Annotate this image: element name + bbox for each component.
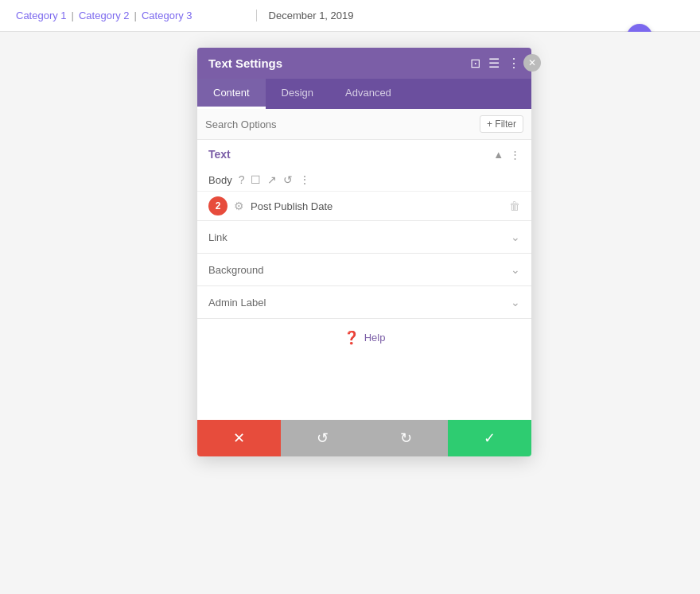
panel-icon-more[interactable]: ⋮: [508, 56, 520, 71]
cancel-button[interactable]: ✕: [197, 420, 281, 456]
link-chevron-icon: ⌄: [511, 231, 520, 243]
text-section-title: Text: [208, 148, 231, 161]
toolbar-copy-icon[interactable]: ☐: [251, 173, 261, 186]
breadcrumb-cat2[interactable]: Category 2: [79, 10, 130, 21]
toolbar-arrow-icon[interactable]: ↗: [267, 173, 277, 186]
trash-icon[interactable]: 🗑: [509, 200, 520, 212]
text-section: Text ▲ ⋮ Body ? ☐ ↗ ↺ ⋮ 2 ⚙ Post Publish…: [197, 140, 531, 221]
badge-number: 2: [208, 196, 228, 215]
save-button[interactable]: ✓: [448, 420, 531, 456]
gear-icon[interactable]: ⚙: [234, 200, 244, 212]
spacer: [197, 356, 531, 420]
link-section-header[interactable]: Link ⌄: [197, 221, 531, 253]
date-area: December 1, 2019: [256, 10, 354, 21]
panel-title: Text Settings: [208, 56, 282, 70]
body-toolbar: Body ? ☐ ↗ ↺ ⋮: [197, 169, 531, 192]
toolbar-more-icon[interactable]: ⋮: [299, 173, 310, 186]
body-label: Body: [208, 174, 232, 186]
panel-icon-columns[interactable]: ☰: [488, 56, 500, 71]
settings-panel: Text Settings ⊡ ☰ ⋮ Content Design Advan…: [197, 48, 531, 456]
admin-label-title: Admin Label: [208, 297, 266, 309]
tab-advanced[interactable]: Advanced: [329, 79, 407, 109]
help-circle-icon: ❓: [344, 330, 360, 345]
dynamic-row: 2 ⚙ Post Publish Date 🗑: [197, 192, 531, 220]
background-chevron-icon: ⌄: [511, 263, 520, 276]
panel-icon-expand[interactable]: ⊡: [470, 56, 480, 71]
search-input[interactable]: [205, 118, 480, 130]
date-label: December 1, 2019: [269, 10, 354, 21]
help-label: Help: [364, 332, 386, 344]
close-icon[interactable]: ✕: [523, 54, 541, 72]
help-area[interactable]: ❓ Help: [197, 319, 531, 356]
text-more-icon[interactable]: ⋮: [510, 149, 520, 161]
bottom-bar: ✕ ↺ ↻ ✓: [197, 420, 531, 456]
background-section-title: Background: [208, 264, 263, 276]
sep2: |: [134, 10, 137, 21]
link-section-title: Link: [208, 231, 228, 243]
breadcrumb-cat3[interactable]: Category 3: [142, 10, 192, 21]
search-bar: + Filter: [197, 109, 531, 140]
filter-button[interactable]: + Filter: [480, 115, 523, 133]
panel-tabs: Content Design Advanced: [197, 79, 531, 109]
tab-design[interactable]: Design: [266, 79, 329, 109]
sep1: |: [72, 10, 74, 21]
breadcrumb: Category 1 | Category 2 | Category 3: [16, 10, 192, 21]
toolbar-undo-icon[interactable]: ↺: [283, 173, 293, 186]
top-bar: Category 1 | Category 2 | Category 3 Dec…: [0, 0, 700, 32]
admin-label-section-header[interactable]: Admin Label ⌄: [197, 286, 531, 318]
undo-button[interactable]: ↺: [281, 420, 364, 456]
post-publish-label: Post Publish Date: [251, 200, 503, 212]
page-content: Text Settings ⊡ ☰ ⋮ Content Design Advan…: [0, 32, 700, 594]
toolbar-help-icon[interactable]: ?: [239, 173, 245, 186]
tab-content[interactable]: Content: [197, 79, 266, 109]
admin-label-chevron-icon: ⌄: [511, 296, 520, 309]
link-section: Link ⌄: [197, 221, 531, 254]
text-section-header: Text ▲ ⋮: [197, 140, 531, 169]
background-section-header[interactable]: Background ⌄: [197, 254, 531, 285]
breadcrumb-cat1[interactable]: Category 1: [16, 10, 67, 21]
panel-header-icons: ⊡ ☰ ⋮: [470, 56, 520, 71]
panel-header: Text Settings ⊡ ☰ ⋮: [197, 48, 531, 79]
redo-button[interactable]: ↻: [364, 420, 448, 456]
admin-label-section: Admin Label ⌄: [197, 286, 531, 319]
text-section-actions: ▲ ⋮: [493, 149, 520, 161]
text-collapse-icon[interactable]: ▲: [493, 149, 504, 161]
background-section: Background ⌄: [197, 254, 531, 286]
